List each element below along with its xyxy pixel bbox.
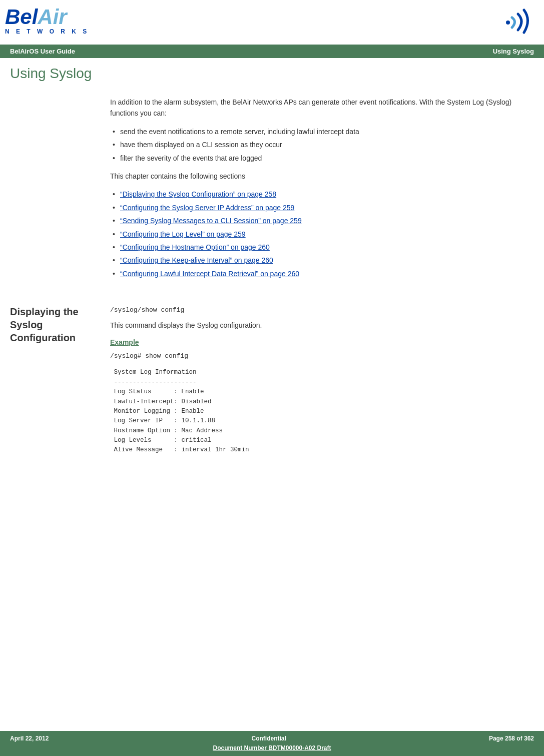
nav-bar-right: Using Syslog — [493, 48, 534, 55]
section1-example-command: /syslog# show config — [110, 351, 534, 362]
toc-link[interactable]: “Configuring Lawful Intercept Data Retri… — [120, 270, 299, 278]
toc-item[interactable]: “Configuring the Hostname Option” on pag… — [110, 241, 534, 254]
footer-date: April 22, 2012 — [10, 735, 49, 742]
nav-bar-left: BelAirOS User Guide — [10, 48, 75, 55]
nav-bar: BelAirOS User Guide Using Syslog — [0, 45, 544, 58]
toc-item[interactable]: “Displaying the Syslog Configuration” on… — [110, 188, 534, 201]
belair-logo: BelAir — [5, 5, 89, 29]
page-title: Using Syslog — [10, 66, 534, 82]
toc-item[interactable]: “Configuring the Syslog Server IP Addres… — [110, 201, 534, 214]
header: BelAir N E T W O R K S — [0, 0, 544, 45]
section1-label-line1: Displaying the — [10, 306, 79, 317]
header-logo-icon — [489, 5, 534, 42]
section1-label-line3: Configuration — [10, 332, 76, 343]
footer-confidential: Confidential — [252, 735, 286, 742]
section1-example-heading: Example — [110, 337, 534, 348]
toc-item[interactable]: “Configuring the Keep-alive Interval” on… — [110, 254, 534, 267]
intro-paragraph: In addition to the alarm subsystem, the … — [110, 97, 534, 119]
main-content: In addition to the alarm subsystem, the … — [0, 87, 544, 300]
toc-link[interactable]: “Configuring the Log Level” on page 259 — [120, 230, 246, 238]
bullet-item: have them displayed on a CLI session as … — [110, 138, 534, 151]
section1-label-line2: Syslog — [10, 319, 43, 330]
section1-description: This command displays the Syslog configu… — [110, 320, 534, 331]
section1-code-output: System Log Information -----------------… — [110, 365, 534, 457]
section1-block: Displaying the Syslog Configuration /sys… — [0, 305, 544, 458]
footer: April 22, 2012 Confidential Page 258 of … — [0, 731, 544, 756]
footer-bottom: Document Number BDTM00000-A02 Draft — [10, 743, 534, 752]
belair-icon — [489, 5, 534, 40]
toc-list: “Displaying the Syslog Configuration” on… — [110, 188, 534, 280]
svg-point-0 — [506, 21, 510, 25]
footer-page: Page 258 of 362 — [489, 735, 534, 742]
footer-top: April 22, 2012 Confidential Page 258 of … — [10, 735, 534, 742]
bullet-item: send the event notifications to a remote… — [110, 125, 534, 138]
toc-item[interactable]: “Sending Syslog Messages to a CLI Sessio… — [110, 214, 534, 227]
toc-item[interactable]: “Configuring Lawful Intercept Data Retri… — [110, 267, 534, 280]
intro-bullets: send the event notifications to a remote… — [110, 125, 534, 165]
logo-area: BelAir N E T W O R K S — [5, 5, 89, 35]
toc-link[interactable]: “Configuring the Hostname Option” on pag… — [120, 243, 270, 251]
toc-link[interactable]: “Configuring the Keep-alive Interval” on… — [120, 256, 273, 264]
toc-link[interactable]: “Displaying the Syslog Configuration” on… — [120, 190, 276, 198]
footer-doc-number: Document Number BDTM00000-A02 Draft — [213, 744, 331, 751]
logo-air-text: Air — [38, 5, 67, 29]
toc-heading: This chapter contains the following sect… — [110, 171, 534, 182]
page-title-area: Using Syslog — [0, 58, 544, 87]
section1-label: Displaying the Syslog Configuration — [10, 305, 110, 458]
toc-link[interactable]: “Configuring the Syslog Server IP Addres… — [120, 204, 294, 212]
bullet-item: filter the severity of the events that a… — [110, 152, 534, 165]
left-column — [10, 97, 110, 290]
section1-content: /syslog/show config This command display… — [110, 305, 534, 458]
right-column: In addition to the alarm subsystem, the … — [110, 97, 534, 290]
toc-link[interactable]: “Sending Syslog Messages to a CLI Sessio… — [120, 217, 302, 225]
logo-networks-text: N E T W O R K S — [5, 28, 89, 35]
toc-item[interactable]: “Configuring the Log Level” on page 259 — [110, 228, 534, 241]
logo-bel-text: Bel — [5, 5, 38, 29]
section1-command: /syslog/show config — [110, 305, 534, 316]
